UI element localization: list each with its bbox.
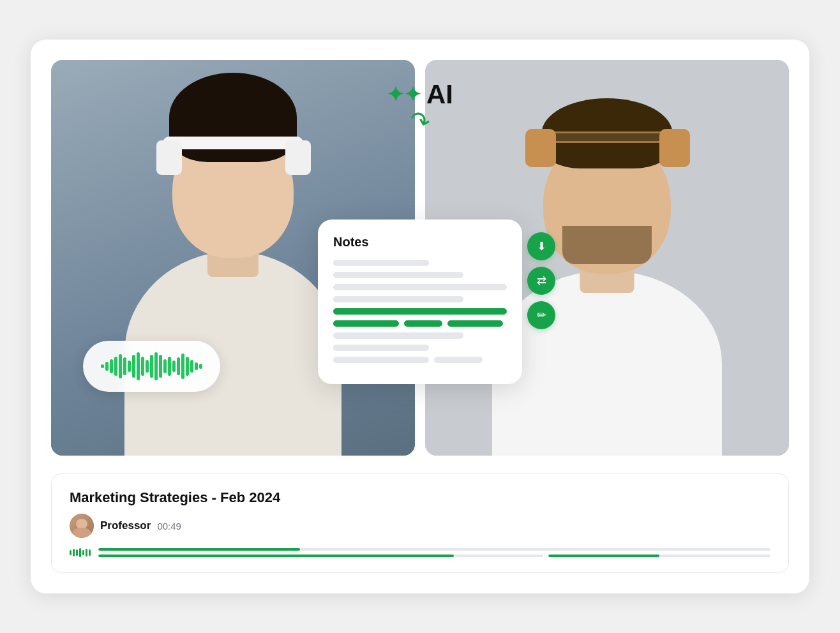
note-line-highlight	[333, 308, 507, 315]
audio-player[interactable]	[70, 548, 770, 557]
note-line	[333, 332, 463, 339]
hero-section: ✦✦ AI ↷ Notes	[51, 60, 789, 456]
speaker-avatar	[70, 514, 94, 538]
ai-label-container: ✦✦ AI ↷	[387, 79, 453, 135]
note-line	[333, 272, 463, 278]
ai-label: ✦✦ AI	[387, 79, 453, 110]
note-line	[333, 284, 507, 290]
sub-track-2	[548, 555, 770, 557]
waveform-bubble	[83, 341, 220, 392]
main-card: ✦✦ AI ↷ Notes	[31, 40, 809, 593]
speaker-row: Professor 00:49	[70, 514, 770, 538]
meeting-info-section: Marketing Strategies - Feb 2024 Professo…	[51, 473, 789, 573]
edit-button[interactable]: ✏	[527, 301, 555, 329]
arrow-icon: ↷	[407, 105, 433, 138]
second-progress-row	[98, 555, 770, 557]
speaker-name: Professor	[100, 519, 151, 532]
mini-waveform	[70, 548, 91, 557]
sub-track-1	[98, 555, 543, 557]
download-button[interactable]: ⬇	[527, 232, 555, 260]
ai-text: AI	[426, 79, 453, 110]
waveform-bars	[101, 352, 202, 380]
progress-fill	[98, 548, 300, 551]
note-row	[333, 357, 507, 363]
note-line	[333, 296, 463, 302]
sparkle-icon: ✦✦	[387, 84, 421, 105]
note-line	[333, 345, 429, 351]
notes-title: Notes	[333, 235, 507, 249]
notes-card: Notes ⬇	[318, 220, 522, 384]
main-progress-track	[98, 548, 770, 551]
meeting-title: Marketing Strategies - Feb 2024	[70, 489, 770, 506]
speaker-time: 00:49	[157, 521, 181, 532]
progress-track-container	[98, 548, 770, 557]
share-button[interactable]: ⇄	[527, 267, 555, 295]
note-line	[333, 260, 429, 266]
notes-actions: ⬇ ⇄ ✏	[527, 232, 555, 329]
note-row	[333, 320, 507, 327]
